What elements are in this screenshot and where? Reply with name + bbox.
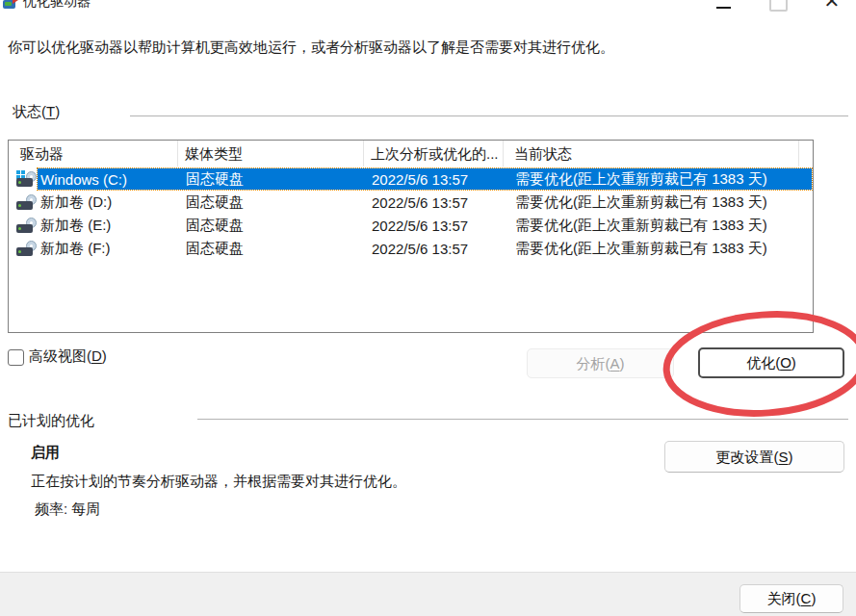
drive-media: 固态硬盘 — [179, 240, 365, 258]
table-row[interactable]: 新加卷 (F:) 固态硬盘 2022/5/6 13:57 需要优化(距上次重新剪… — [9, 237, 813, 260]
table-row[interactable]: Windows (C:) 固态硬盘 2022/5/6 13:57 需要优化(距上… — [9, 167, 813, 191]
drive-led — [18, 181, 21, 184]
minimize-icon — [716, 7, 731, 9]
drive-name: 新加卷 (F:) — [38, 240, 179, 258]
close-mnemonic: C — [801, 590, 812, 606]
close-close: ) — [811, 590, 816, 606]
drives-table-header: 驱动器 媒体类型 上次分析或优化的... 当前状态 — [9, 141, 813, 167]
column-header-drive[interactable]: 驱动器 — [9, 141, 178, 167]
drive-led — [18, 250, 21, 253]
drives-table[interactable]: 驱动器 媒体类型 上次分析或优化的... 当前状态 Windows (C:) 固… — [8, 140, 814, 333]
scheduled-group-label: 已计划的优化 — [8, 412, 94, 430]
drive-name: 新加卷 (E:) — [38, 217, 179, 235]
status-group-divider — [130, 116, 848, 116]
close-button[interactable]: 关闭(C) — [739, 584, 843, 613]
column-header-last[interactable]: 上次分析或优化的... — [364, 141, 504, 167]
scheduled-state: 启用 — [31, 444, 60, 462]
drive-last: 2022/5/6 13:57 — [365, 194, 505, 211]
windows-drive-icon — [16, 170, 38, 188]
column-header-filler — [799, 141, 813, 167]
optimize-close: ) — [791, 354, 796, 371]
minimize-button[interactable] — [709, 0, 738, 10]
status-label-close: ) — [55, 103, 60, 119]
column-header-status[interactable]: 当前状态 — [504, 141, 799, 167]
close-text: 关闭( — [767, 590, 801, 606]
drive-media: 固态硬盘 — [179, 170, 365, 189]
drive-led — [18, 227, 21, 230]
drive-last: 2022/5/6 13:57 — [365, 241, 505, 257]
column-header-media[interactable]: 媒体类型 — [178, 141, 364, 167]
app-icon-arrow2 — [5, 2, 12, 6]
status-label-text: 状态( — [13, 103, 46, 119]
app-icon — [3, 0, 18, 10]
change-settings-mnemonic: S — [778, 449, 788, 465]
status-label-mnemonic: T — [46, 103, 55, 119]
dialog-description: 你可以优化驱动器以帮助计算机更高效地运行，或者分析驱动器以了解是否需要对其进行优… — [8, 38, 845, 57]
optimize-button[interactable]: 优化(O) — [698, 347, 844, 378]
window-title: 优化驱动器 — [23, 0, 91, 11]
table-row[interactable]: 新加卷 (E:) 固态硬盘 2022/5/6 13:57 需要优化(距上次重新剪… — [9, 214, 813, 237]
optimize-text: 优化( — [746, 354, 780, 371]
drive-status: 需要优化(距上次重新剪裁已有 1383 天) — [505, 193, 812, 212]
drive-media: 固态硬盘 — [179, 193, 365, 212]
analyze-mnemonic: A — [610, 355, 619, 372]
drive-led — [18, 204, 21, 207]
scheduled-detail: 正在按计划的节奏分析驱动器，并根据需要对其进行优化。 — [31, 473, 570, 491]
change-settings-text: 更改设置( — [715, 449, 778, 465]
advanced-view-close: ) — [102, 347, 107, 364]
drive-name: Windows (C:) — [38, 171, 179, 188]
scheduled-group-divider — [197, 419, 848, 420]
drive-media: 固态硬盘 — [179, 217, 365, 235]
drive-last: 2022/5/6 13:57 — [365, 218, 505, 234]
drive-status: 需要优化(距上次重新剪裁已有 1383 天) — [505, 170, 812, 189]
drive-status: 需要优化(距上次重新剪裁已有 1383 天) — [505, 217, 812, 235]
advanced-view-text: 高级视图( — [29, 347, 91, 364]
change-settings-close: ) — [789, 449, 793, 465]
advanced-view-label[interactable]: 高级视图(D) — [29, 347, 107, 366]
advanced-view-mnemonic: D — [91, 347, 102, 364]
status-group-label: 状态(T) — [13, 103, 60, 121]
dialog-footer — [0, 572, 856, 616]
close-window-button[interactable]: ✕ — [820, 0, 843, 13]
app-icon-arrow — [13, 0, 18, 4]
drive-icon — [16, 217, 38, 234]
analyze-button: 分析(A) — [527, 348, 674, 378]
drive-name: 新加卷 (D:) — [38, 193, 179, 212]
drive-status: 需要优化(距上次重新剪裁已有 1383 天) — [505, 240, 812, 258]
scheduled-frequency: 频率: 每周 — [35, 500, 100, 519]
drive-icon — [16, 240, 38, 257]
analyze-close: ) — [620, 355, 625, 372]
table-row[interactable]: 新加卷 (D:) 固态硬盘 2022/5/6 13:57 需要优化(距上次重新剪… — [9, 191, 813, 214]
optimize-mnemonic: O — [780, 354, 791, 371]
drive-icon — [16, 193, 38, 211]
analyze-text: 分析( — [576, 355, 610, 372]
change-settings-button[interactable]: 更改设置(S) — [664, 441, 844, 473]
drive-last: 2022/5/6 13:57 — [365, 171, 505, 188]
maximize-button — [769, 0, 788, 12]
advanced-view-checkbox[interactable] — [8, 349, 24, 366]
